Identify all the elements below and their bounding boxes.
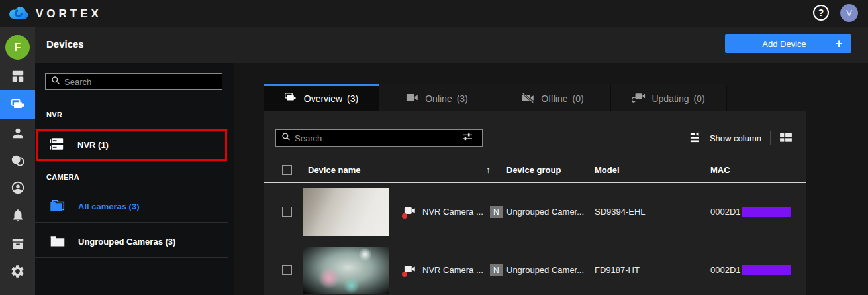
recording-dot bbox=[402, 213, 407, 219]
filter-icon[interactable] bbox=[457, 132, 477, 144]
sidebar-item-users[interactable] bbox=[0, 119, 35, 147]
row-checkbox[interactable] bbox=[282, 207, 292, 217]
tree-item-all-cameras[interactable]: All cameras (3) bbox=[35, 191, 228, 223]
column-label: Device name bbox=[308, 165, 361, 175]
sort-ascending-icon[interactable]: ↑ bbox=[486, 164, 491, 175]
tab-overview[interactable]: Overview (3) bbox=[264, 84, 379, 111]
row-checkbox-cell bbox=[264, 207, 303, 217]
tab-label: Updating bbox=[651, 93, 689, 104]
tree-item-label: Ungrouped Cameras (3) bbox=[78, 237, 175, 247]
tree-search-input[interactable] bbox=[64, 77, 222, 87]
sidebar-item-notifications[interactable] bbox=[0, 202, 35, 229]
device-list-panel: Show column Device name ↑ Device group M… bbox=[264, 111, 806, 295]
tab-count: (3) bbox=[457, 93, 468, 104]
tab-count: (0) bbox=[573, 93, 584, 104]
nvr-section-label: NVR bbox=[46, 111, 62, 119]
mac-redaction-block bbox=[742, 207, 791, 217]
device-model: SD9394-EHL bbox=[595, 207, 710, 217]
sidebar-item-devices[interactable] bbox=[0, 90, 35, 119]
user-avatar[interactable]: V bbox=[840, 4, 858, 22]
folder-icon bbox=[48, 233, 67, 251]
nvr-icon bbox=[48, 136, 66, 154]
top-bar: VORTEX ? V bbox=[0, 0, 868, 27]
device-search-input[interactable] bbox=[295, 133, 453, 143]
offline-camera-icon bbox=[522, 93, 535, 105]
recording-dot bbox=[402, 272, 407, 277]
overview-icon bbox=[284, 92, 298, 105]
camera-thumbnail[interactable] bbox=[303, 188, 389, 236]
tab-offline[interactable]: Offline (0) bbox=[495, 84, 611, 111]
mac-prefix: 0002D1 bbox=[710, 265, 741, 275]
tree-item-label: NVR (1) bbox=[77, 140, 109, 150]
device-search[interactable] bbox=[275, 129, 483, 147]
tab-online[interactable]: Online (3) bbox=[379, 84, 495, 111]
table-tools: Show column bbox=[689, 129, 793, 147]
camera-thumbnail[interactable] bbox=[303, 247, 389, 294]
device-mac: 0002D1 bbox=[710, 265, 806, 275]
device-name[interactable]: NVR Camera ... bbox=[422, 207, 483, 217]
device-model: FD9187-HT bbox=[595, 265, 710, 275]
search-icon bbox=[276, 132, 295, 144]
account-icon bbox=[11, 180, 25, 195]
show-column-label[interactable]: Show column bbox=[710, 133, 761, 143]
device-tree-panel: NVR NVR (1) CAMERA All cameras (3) bbox=[35, 63, 234, 295]
list-view-icon[interactable] bbox=[779, 132, 793, 145]
cloud-logo-icon bbox=[8, 5, 30, 23]
row-checkbox[interactable] bbox=[282, 265, 292, 275]
mac-prefix: 0002D1 bbox=[710, 207, 741, 217]
toolbar-divider bbox=[770, 131, 771, 145]
sidebar-item-settings[interactable] bbox=[0, 257, 35, 285]
sidebar-item-roles[interactable] bbox=[0, 147, 35, 174]
device-name-cell: NVR Camera ... N bbox=[303, 247, 506, 294]
tab-count: (3) bbox=[347, 93, 358, 104]
device-mac: 0002D1 bbox=[710, 207, 806, 217]
header-device-group[interactable]: Device group bbox=[506, 165, 595, 175]
archive-icon bbox=[11, 237, 25, 251]
add-device-button[interactable]: Add Device + bbox=[725, 34, 851, 53]
nav-rail: F bbox=[0, 27, 35, 295]
add-device-label: Add Device bbox=[725, 39, 826, 49]
folder-cameras-icon bbox=[48, 198, 67, 216]
header-mac[interactable]: MAC bbox=[710, 165, 806, 175]
tree-search[interactable] bbox=[45, 73, 222, 90]
tab-label: Overview bbox=[304, 93, 342, 104]
table-row[interactable]: NVR Camera ... N Ungrouped Camer... FD91… bbox=[264, 241, 806, 295]
camera-section-label: CAMERA bbox=[46, 173, 79, 181]
sidebar-item-archive[interactable] bbox=[0, 230, 35, 258]
device-tabs: Overview (3) Online (3) bbox=[264, 84, 727, 111]
online-camera-icon bbox=[406, 93, 419, 105]
tree-item-nvr[interactable]: NVR (1) bbox=[35, 129, 228, 160]
tree-item-ungrouped-cameras[interactable]: Ungrouped Cameras (3) bbox=[35, 226, 228, 258]
header-model[interactable]: Model bbox=[595, 165, 710, 175]
tab-updating[interactable]: Updating (0) bbox=[611, 84, 727, 111]
notifications-icon bbox=[11, 208, 25, 223]
help-icon[interactable]: ? bbox=[813, 5, 829, 21]
main-content: Overview (3) Online (3) bbox=[234, 63, 868, 295]
org-avatar[interactable]: F bbox=[5, 35, 30, 60]
header-device-name[interactable]: Device name ↑ bbox=[303, 164, 506, 175]
recording-camera-icon bbox=[404, 265, 416, 276]
sidebar-item-account[interactable] bbox=[0, 174, 35, 202]
table-header-row: Device name ↑ Device group Model MAC bbox=[264, 157, 806, 183]
tab-label: Online bbox=[425, 93, 452, 104]
roles-icon bbox=[10, 153, 26, 168]
header-checkbox-cell bbox=[264, 165, 303, 175]
row-checkbox-cell bbox=[264, 265, 303, 275]
users-icon bbox=[11, 126, 25, 141]
settings-icon bbox=[10, 264, 25, 279]
tab-count: (0) bbox=[693, 93, 704, 104]
show-column-icon[interactable] bbox=[689, 132, 701, 145]
tree-item-label: All cameras (3) bbox=[78, 202, 140, 211]
new-badge: N bbox=[490, 264, 503, 276]
table-row[interactable]: NVR Camera ... N Ungrouped Camer... SD93… bbox=[264, 183, 806, 241]
recording-camera-icon bbox=[404, 206, 416, 217]
device-group: Ungrouped Camer... bbox=[506, 207, 595, 217]
search-icon bbox=[46, 76, 64, 88]
select-all-checkbox[interactable] bbox=[282, 165, 292, 175]
device-group: Ungrouped Camer... bbox=[506, 265, 595, 275]
page-title: Devices bbox=[46, 38, 84, 50]
sidebar-item-dashboard[interactable] bbox=[0, 62, 35, 90]
mac-redaction-block bbox=[742, 265, 791, 275]
device-name[interactable]: NVR Camera ... bbox=[422, 265, 483, 275]
dashboard-icon bbox=[11, 69, 25, 84]
